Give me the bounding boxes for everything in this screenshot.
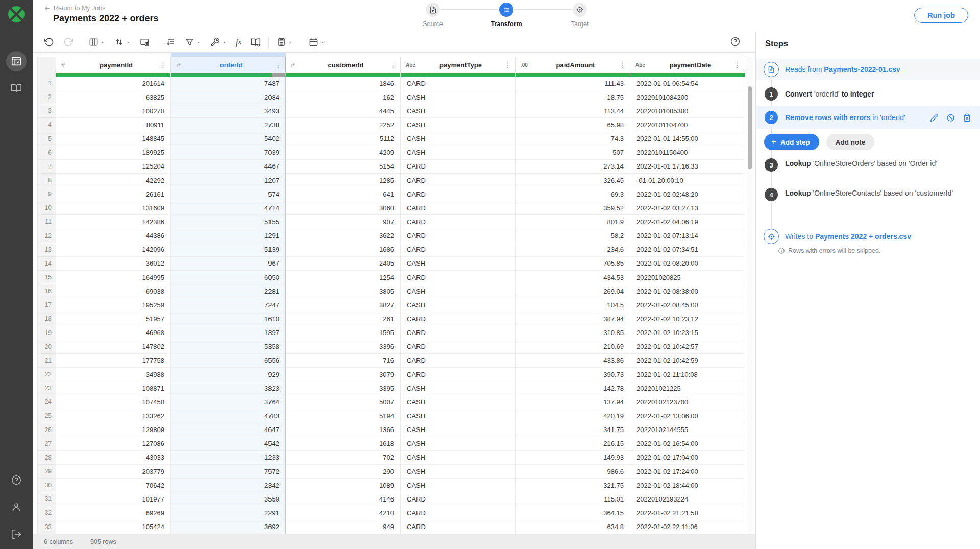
add-note-button[interactable]: Add note <box>826 134 875 150</box>
cell-paymentId[interactable]: 201614 <box>56 77 171 90</box>
cell-paymentDate[interactable]: 2022-01-02 07:34:51 <box>630 243 745 257</box>
cell-paidAmount[interactable]: 115.01 <box>516 492 630 506</box>
target-step-icon[interactable] <box>573 3 587 17</box>
cell-paymentDate[interactable]: 2022-01-02 13:06:00 <box>630 409 745 423</box>
cell-paymentType[interactable]: CASH <box>401 104 516 118</box>
column-header-orderId[interactable]: #orderId⋮ <box>171 57 286 73</box>
logout-icon[interactable] <box>6 524 27 544</box>
cell-orderId[interactable]: 4467 <box>171 160 286 174</box>
cell-orderId[interactable]: 5139 <box>171 243 286 257</box>
cell-orderId[interactable]: 7039 <box>171 146 286 160</box>
column-menu-icon[interactable]: ⋮ <box>618 61 627 69</box>
scrollbar-thumb[interactable] <box>748 86 752 169</box>
cell-paymentDate[interactable]: 2022-01-02 16:54:00 <box>630 437 745 451</box>
cell-paymentDate[interactable]: 2022-01-01 14:55:00 <box>630 132 745 146</box>
cell-orderId[interactable]: 2291 <box>171 506 286 520</box>
cell-paymentId[interactable]: 36012 <box>56 257 171 271</box>
cell-paymentType[interactable]: CASH <box>401 257 516 271</box>
cell-paymentType[interactable]: CASH <box>401 132 516 146</box>
cell-paymentType[interactable]: CASH <box>401 381 516 395</box>
cell-customerId[interactable]: 4210 <box>286 506 401 520</box>
column-menu-icon[interactable]: ⋮ <box>503 61 512 69</box>
cell-paymentType[interactable]: CASH <box>401 437 516 451</box>
cell-paymentId[interactable]: 125204 <box>56 160 171 174</box>
cell-orderId[interactable]: 1207 <box>171 174 286 187</box>
cell-paidAmount[interactable]: 58.2 <box>516 229 630 243</box>
cell-orderId[interactable]: 574 <box>171 187 286 201</box>
cell-paymentDate[interactable]: 2022-01-02 10:42:57 <box>630 340 745 354</box>
cell-paymentId[interactable]: 63825 <box>56 90 171 104</box>
step-lookup-orders[interactable]: 3 Lookup'OnlineStoreOrders' based on 'Or… <box>756 158 980 172</box>
cell-paymentType[interactable]: CARD <box>401 174 516 187</box>
cell-paymentId[interactable]: 80911 <box>56 118 171 132</box>
cell-paymentType[interactable]: CARD <box>401 312 516 326</box>
step-convert[interactable]: 1 Convert'orderId'to integer <box>756 84 980 104</box>
cell-orderId[interactable]: 7487 <box>171 77 286 90</box>
cell-orderId[interactable]: 3559 <box>171 492 286 506</box>
fill-down-button[interactable] <box>161 35 180 50</box>
cell-paidAmount[interactable]: 273.14 <box>516 160 630 174</box>
cell-paymentId[interactable]: 101977 <box>56 492 171 506</box>
cell-orderId[interactable]: 1291 <box>171 229 286 243</box>
cell-customerId[interactable]: 4445 <box>286 104 401 118</box>
cell-paymentDate[interactable]: 2022-01-01 17:16:33 <box>630 160 745 174</box>
cell-paidAmount[interactable]: 216.15 <box>516 437 630 451</box>
cell-paymentId[interactable]: 142096 <box>56 243 171 257</box>
cell-paymentId[interactable]: 43033 <box>56 451 171 465</box>
cell-paymentId[interactable]: 164995 <box>56 271 171 284</box>
redo-button[interactable] <box>59 35 78 50</box>
filter-button[interactable] <box>180 35 206 50</box>
cell-paymentDate[interactable]: 20220101085300 <box>630 104 745 118</box>
source-step-icon[interactable] <box>426 3 440 17</box>
cell-orderId[interactable]: 929 <box>171 368 286 381</box>
cell-paymentDate[interactable]: 2022-01-02 17:24:00 <box>630 465 745 479</box>
cell-paidAmount[interactable]: 507 <box>516 146 630 160</box>
cell-orderId[interactable]: 6556 <box>171 354 286 368</box>
cell-paymentType[interactable]: CARD <box>401 243 516 257</box>
cell-paymentType[interactable]: CARD <box>401 201 516 215</box>
disable-step-icon[interactable] <box>946 113 955 122</box>
cell-paidAmount[interactable]: 210.69 <box>516 340 630 354</box>
cell-paymentType[interactable]: CARD <box>401 492 516 506</box>
cell-paidAmount[interactable]: 634.8 <box>516 520 630 534</box>
source-step-label[interactable]: Source <box>402 20 463 28</box>
cell-customerId[interactable]: 1366 <box>286 423 401 437</box>
cell-paymentId[interactable]: 203779 <box>56 465 171 479</box>
cell-customerId[interactable]: 949 <box>286 520 401 534</box>
cell-paidAmount[interactable]: 801.9 <box>516 215 630 229</box>
cell-paidAmount[interactable]: 364.15 <box>516 506 630 520</box>
cell-paidAmount[interactable]: 387.94 <box>516 312 630 326</box>
cell-paidAmount[interactable]: 69.3 <box>516 187 630 201</box>
cell-paymentType[interactable]: CASH <box>401 451 516 465</box>
cell-paymentType[interactable]: CARD <box>401 354 516 368</box>
cell-paymentId[interactable]: 42292 <box>56 174 171 187</box>
cell-orderId[interactable]: 4714 <box>171 201 286 215</box>
cell-paidAmount[interactable]: 321.75 <box>516 479 630 492</box>
cell-paymentDate[interactable]: 2022-01-02 10:23:12 <box>630 312 745 326</box>
lookup-book-button[interactable] <box>246 35 265 50</box>
cell-paymentId[interactable]: 34988 <box>56 368 171 381</box>
cell-paymentId[interactable]: 69038 <box>56 284 171 298</box>
cell-orderId[interactable]: 7247 <box>171 298 286 312</box>
cell-paymentType[interactable]: CASH <box>401 118 516 132</box>
cell-orderId[interactable]: 5155 <box>171 215 286 229</box>
cell-paymentId[interactable]: 44386 <box>56 229 171 243</box>
cell-paymentDate[interactable]: 2022-01-02 04:06:19 <box>630 215 745 229</box>
column-header-paymentDate[interactable]: AbcpaymentDate⋮ <box>630 57 745 73</box>
cell-paidAmount[interactable]: 149.93 <box>516 451 630 465</box>
cell-paymentType[interactable]: CARD <box>401 326 516 340</box>
cell-paidAmount[interactable]: 390.73 <box>516 368 630 381</box>
column-header-customerId[interactable]: #customerId⋮ <box>286 57 401 73</box>
cell-paidAmount[interactable]: 986.6 <box>516 465 630 479</box>
cell-customerId[interactable]: 3622 <box>286 229 401 243</box>
table-view-icon[interactable] <box>6 51 27 71</box>
cell-paymentId[interactable]: 127086 <box>56 437 171 451</box>
column-menu-icon[interactable]: ⋮ <box>388 61 397 69</box>
column-menu-icon[interactable]: ⋮ <box>274 61 282 69</box>
cell-paymentDate[interactable]: -01-01 20:00:10 <box>630 174 745 187</box>
cell-orderId[interactable]: 967 <box>171 257 286 271</box>
cell-paymentDate[interactable]: 2022-01-02 18:44:00 <box>630 479 745 492</box>
cell-orderId[interactable]: 3493 <box>171 104 286 118</box>
cell-customerId[interactable]: 290 <box>286 465 401 479</box>
cell-customerId[interactable]: 3396 <box>286 340 401 354</box>
